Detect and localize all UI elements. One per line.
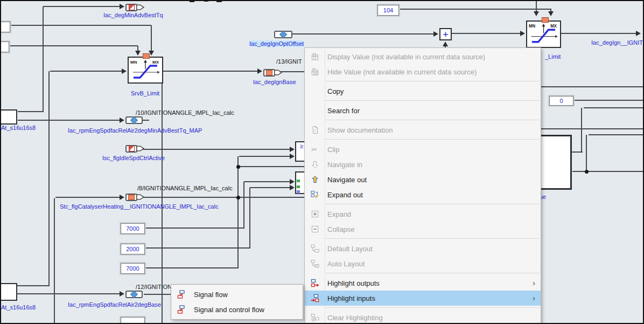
subsystem-block[interactable] — [538, 135, 572, 190]
control-port-marker — [143, 53, 150, 59]
wire — [144, 294, 172, 295]
menu-item-highlight-inputs[interactable]: Highlight inputs› — [305, 291, 541, 306]
constant-block[interactable]: 104 — [377, 5, 399, 16]
cut-off-element — [190, 0, 194, 2]
output-arrow-icon — [137, 193, 144, 201]
port-pill — [125, 194, 137, 201]
menu-item-hide-value-not-available-in-current-data[interactable]: Hide Value (not available in current dat… — [305, 64, 541, 79]
signal-label[interactable]: _Limit — [545, 53, 561, 60]
edge-cutoff-block-1[interactable] — [0, 109, 17, 125]
port-pill — [125, 4, 137, 11]
wire — [572, 100, 644, 101]
redwhite-port-marker-icon — [129, 146, 135, 151]
port-map-access-10[interactable] — [125, 116, 143, 124]
port-map-access-12[interactable] — [125, 291, 143, 298]
output-arrow-icon — [137, 3, 144, 11]
menu-item-label: Collapse — [327, 225, 541, 233]
menu-item-signal-flow[interactable]: Signal flow — [171, 287, 303, 302]
signal-label[interactable]: At_s16u16s8 — [1, 304, 36, 311]
constant-block[interactable]: 0 — [549, 96, 573, 106]
constant-block[interactable]: 4 — [0, 22, 10, 32]
wire — [541, 86, 644, 87]
constant-block[interactable]: 6 — [0, 42, 9, 52]
port-pill — [274, 31, 292, 38]
hierarchy-path-label[interactable]: /10/IGNITIONANGLE_IMPL_Iac_calc — [136, 109, 234, 116]
signal-label[interactable]: Iac_rpmEngSpdfacRelAir2degMinAdvBestTq_M… — [68, 127, 202, 134]
menu-item-signal-and-control-flow[interactable]: Signal and control flow — [171, 302, 303, 317]
arrowhead — [290, 185, 295, 190]
signal-label[interactable]: Iac_degIgn__IGNIT — [591, 39, 643, 46]
port-isc-flgidlespdctrlactive[interactable] — [125, 144, 144, 153]
wire-junction — [236, 196, 240, 199]
redwhite-port-marker-icon — [129, 4, 135, 10]
menu-item-label: Search for — [327, 107, 541, 115]
menu-separator — [325, 273, 540, 273]
sum-block[interactable]: + — [439, 28, 452, 40]
wire — [584, 107, 644, 108]
menu-item-expand-out[interactable]: Expand out — [305, 187, 541, 202]
port-iac-degminadvbesttq[interactable] — [125, 3, 144, 11]
arrowhead — [636, 31, 641, 36]
minmax-curve-icon: MNMX — [527, 22, 560, 47]
wire — [561, 33, 637, 34]
menu-item-clip[interactable]: ✂Clip — [305, 142, 541, 157]
signal-label[interactable]: At_s16u16s8 — [1, 125, 36, 131]
menu-item-navigate-in[interactable]: Navigate in — [305, 157, 541, 172]
menu-item-navigate-out[interactable]: Navigate out — [305, 172, 541, 187]
menu-separator — [325, 139, 540, 140]
hierarchy-path-label[interactable]: /13/IGNIT — [276, 58, 302, 65]
arrowhead — [120, 291, 124, 297]
menu-item-default-layout[interactable]: Default Layout — [305, 241, 541, 256]
port-pill — [263, 69, 275, 77]
wire — [399, 9, 551, 10]
wire — [143, 120, 149, 121]
menu-item-show-documentation[interactable]: Show documentation — [305, 122, 541, 137]
signal-label[interactable]: Iac_degIgnBase — [253, 79, 296, 85]
output-arrow-icon — [137, 144, 144, 153]
signal-label[interactable]: Isc_flgIdleSpdCtrlActive — [102, 155, 165, 161]
port-stc-flgcatalyserheating[interactable] — [125, 193, 144, 201]
submenu-chevron-icon: › — [533, 294, 535, 302]
port-iac-degignoptoffset[interactable] — [274, 31, 292, 38]
signal-label[interactable]: Stc_flgCatalyserHeating__IGNITIONANGLE_I… — [60, 203, 219, 210]
constant-block[interactable]: 7000 — [121, 223, 145, 234]
empty-icon — [311, 106, 319, 115]
hierarchy-path-label[interactable]: /8/IGNITIONANGLE_IMPL_Iac_calc — [137, 185, 233, 191]
clip-icon: ✂ — [311, 145, 319, 154]
hierarchy-path-label[interactable]: /12/IGNITION — [136, 284, 172, 290]
port-pill — [125, 116, 143, 124]
input-pin-green — [297, 180, 300, 182]
menu-item-display-value-not-available-in-current-d[interactable]: Display Value (not available in current … — [305, 49, 541, 64]
port-iac-degignbase[interactable] — [263, 68, 282, 77]
wire — [250, 187, 290, 188]
arrowhead — [120, 195, 124, 200]
plus-glyph: + — [440, 29, 451, 39]
wire — [249, 188, 250, 249]
navigate-out-icon — [311, 175, 319, 184]
port-pill — [125, 145, 137, 153]
edge-cutoff-block-2[interactable] — [0, 283, 17, 301]
signal-label[interactable]: Iac_degIgnOptOffset — [249, 40, 304, 47]
limiter-block-right[interactable]: MNMX — [526, 20, 561, 48]
menu-item-collapse[interactable]: Collapse — [305, 222, 541, 237]
menu-item-expand[interactable]: Expand — [305, 206, 541, 222]
navigate-in-icon — [311, 160, 319, 169]
diamond-port-marker-icon — [130, 291, 138, 298]
signal-label[interactable]: Iac_degMinAdvBestTq — [103, 12, 163, 18]
menu-item-highlight-outputs[interactable]: Highlight outputs› — [305, 275, 541, 291]
signal-label[interactable]: Iac_rpmEngSpdfacRelAir2degBase — [68, 301, 161, 308]
menu-item-clear-highlighting[interactable]: Clear Highlighting — [305, 310, 541, 324]
wire — [144, 228, 244, 229]
signal-label[interactable]: SrvB_Limit — [131, 90, 159, 96]
menu-item-copy[interactable]: Copy — [305, 84, 541, 99]
svg-text:MX: MX — [550, 24, 557, 29]
wire — [292, 33, 434, 35]
default-layout-icon — [311, 244, 319, 253]
menu-item-auto-layout[interactable]: AAuto Layout — [305, 256, 541, 271]
constant-block[interactable]: 2000 — [121, 244, 145, 254]
limiter-block-srvb[interactable]: MNMX — [128, 57, 163, 84]
constant-block[interactable] — [121, 317, 145, 324]
menu-item-search-for[interactable]: Search for — [305, 103, 541, 118]
constant-block[interactable]: 7000 — [121, 263, 145, 274]
menu-item-label: Auto Layout — [327, 260, 541, 268]
